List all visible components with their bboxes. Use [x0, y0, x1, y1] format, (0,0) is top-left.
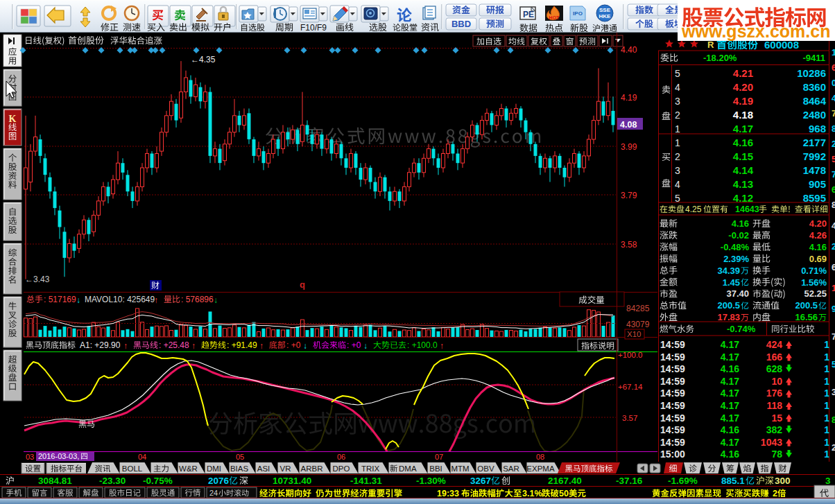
svg-text:2177: 2177 [803, 137, 826, 148]
svg-text:176: 176 [766, 388, 783, 399]
svg-text:1: 1 [824, 449, 829, 460]
svg-text:14643: 14643 [735, 205, 759, 214]
svg-text:DMI: DMI [207, 464, 221, 473]
svg-text:1: 1 [824, 376, 829, 387]
svg-text:166: 166 [766, 351, 783, 363]
svg-text:3: 3 [832, 387, 835, 397]
svg-text:8: 8 [832, 123, 835, 134]
svg-text:4: 4 [675, 82, 680, 93]
svg-text:A1: +29.90: A1: +29.90 [80, 340, 121, 350]
svg-text:15:00: 15:00 [660, 449, 685, 460]
svg-text:06: 06 [337, 453, 345, 461]
svg-text:1: 1 [675, 137, 680, 148]
svg-text:K: K [9, 114, 17, 124]
svg-text:50: 50 [559, 489, 569, 498]
svg-text:: 517169: : 517169 [44, 295, 76, 304]
svg-text:EXPMA: EXPMA [526, 464, 555, 473]
svg-text:3.79: 3.79 [621, 191, 637, 200]
svg-text:3267: 3267 [470, 476, 491, 486]
svg-text:1: 1 [824, 388, 829, 399]
svg-text:382: 382 [766, 424, 783, 435]
svg-text:885.1: 885.1 [721, 476, 745, 486]
svg-text:4.18: 4.18 [733, 109, 753, 121]
svg-text:6: 6 [832, 262, 835, 272]
svg-text:14:59: 14:59 [660, 424, 685, 435]
svg-text:2480: 2480 [803, 109, 826, 121]
svg-text:-0.74%: -0.74% [727, 324, 756, 334]
svg-text:1.45: 1.45 [723, 277, 740, 288]
svg-text:: +0: : +0 [286, 340, 301, 350]
svg-text:q: q [300, 279, 305, 290]
svg-text:3.58: 3.58 [621, 240, 637, 250]
svg-text:4.17: 4.17 [721, 351, 739, 363]
svg-text:2: 2 [832, 241, 835, 252]
svg-text:1: 1 [675, 123, 680, 134]
svg-text:3.99: 3.99 [621, 142, 637, 152]
svg-text:2: 2 [832, 139, 835, 149]
svg-text:www.gszx.com.cn: www.gszx.com.cn [681, 21, 830, 41]
svg-text:4.16: 4.16 [721, 449, 739, 460]
svg-text:4.08: 4.08 [620, 120, 637, 130]
svg-text:4: 4 [832, 93, 835, 103]
svg-text:-1.69%: -1.69% [668, 476, 698, 486]
svg-text:905: 905 [809, 178, 826, 190]
svg-text:-0.48%: -0.48% [721, 242, 750, 252]
svg-text:2: 2 [832, 442, 835, 453]
svg-text:: +0: : +0 [347, 340, 361, 350]
svg-text:8: 8 [832, 200, 835, 210]
svg-text:5: 5 [832, 359, 835, 370]
svg-text:: +25.48: : +25.48 [159, 340, 189, 350]
svg-text:MTM: MTM [451, 464, 469, 473]
svg-text:5: 5 [832, 154, 835, 164]
svg-text:SSE: SSE [599, 7, 611, 13]
svg-text:8360: 8360 [803, 81, 826, 93]
svg-text:+67.14: +67.14 [618, 383, 643, 391]
svg-text:2: 2 [773, 489, 777, 498]
svg-text:4.21: 4.21 [733, 67, 753, 79]
svg-text:2076: 2076 [208, 476, 230, 486]
svg-text:1: 1 [824, 400, 829, 411]
svg-text:-1.30%: -1.30% [416, 476, 446, 486]
svg-text:4: 4 [675, 179, 680, 190]
svg-text:4.17: 4.17 [721, 388, 739, 399]
svg-text:3: 3 [675, 165, 680, 176]
svg-text:2: 2 [675, 151, 680, 162]
svg-text:03: 03 [26, 453, 34, 461]
svg-text:1: 1 [824, 363, 829, 374]
svg-text:4.16: 4.16 [733, 137, 753, 148]
svg-text:+100.0: +100.0 [618, 351, 643, 359]
svg-text:3.57: 3.57 [622, 414, 637, 422]
svg-text:8464: 8464 [803, 95, 827, 107]
svg-text:78: 78 [771, 449, 782, 460]
svg-text:4.17: 4.17 [721, 437, 739, 448]
svg-text:ASI: ASI [257, 464, 270, 473]
svg-text:-23.30: -23.30 [99, 476, 126, 486]
svg-text:04: 04 [138, 453, 146, 461]
svg-text:-0.75%: -0.75% [143, 476, 173, 486]
svg-text:34.39: 34.39 [717, 266, 740, 276]
svg-text:TRIX: TRIX [361, 464, 380, 473]
svg-text:X10: X10 [627, 330, 641, 338]
svg-text:IPO: IPO [573, 10, 583, 17]
svg-text:←3.43: ←3.43 [25, 275, 50, 284]
svg-text:10731.40: 10731.40 [273, 476, 311, 486]
svg-text:SAR: SAR [503, 464, 519, 473]
svg-text:2167.40: 2167.40 [548, 476, 582, 486]
svg-text:MAVOL10: 425649: MAVOL10: 425649 [85, 295, 155, 304]
svg-text:3.1%: 3.1% [522, 489, 542, 498]
svg-text:9: 9 [832, 304, 835, 314]
svg-text:14:59: 14:59 [660, 376, 685, 387]
svg-text:-0.02: -0.02 [728, 230, 749, 241]
svg-text:↓: ↓ [363, 341, 368, 351]
svg-text:1: 1 [824, 437, 829, 448]
svg-text:05: 05 [236, 453, 244, 461]
svg-text:R: R [707, 40, 714, 50]
svg-text:4: 4 [832, 220, 835, 231]
svg-text:14:59: 14:59 [660, 412, 685, 424]
svg-text:14:59: 14:59 [660, 388, 685, 399]
svg-text:43079: 43079 [626, 320, 650, 329]
svg-text:-141.31: -141.31 [350, 476, 382, 486]
svg-text:BIAS: BIAS [230, 464, 249, 473]
svg-text:: +91.49: : +91.49 [227, 340, 257, 350]
svg-text:1: 1 [824, 339, 829, 350]
